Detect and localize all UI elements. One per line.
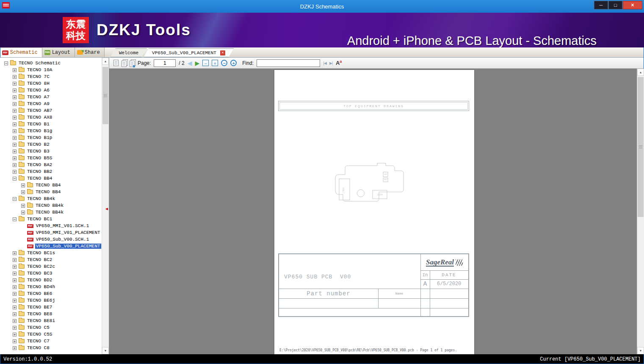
expand-icon[interactable]: + — [13, 285, 17, 289]
collapse-icon[interactable]: − — [13, 197, 17, 201]
expand-icon[interactable]: + — [13, 170, 17, 174]
tree-item-folder[interactable]: +TECNO B1g — [0, 128, 102, 134]
maximize-button[interactable]: □ — [608, 1, 622, 9]
scroll-up-icon[interactable]: ▲ — [102, 58, 109, 65]
tree-item-folder[interactable]: +TECNO BE8 — [0, 311, 102, 317]
multi-page-icon[interactable] — [122, 61, 127, 67]
expand-icon[interactable]: + — [21, 204, 25, 208]
tree-item-folder[interactable]: +TECNO AB7 — [0, 107, 102, 114]
tree-item-folder[interactable]: +TECNO A9 — [0, 100, 102, 107]
tree-item-pdf[interactable]: PDFVP650_Sub_V00.SCH.1 — [0, 236, 102, 243]
expand-icon[interactable]: + — [13, 333, 17, 336]
expand-icon[interactable]: + — [13, 89, 17, 92]
tree-item-folder[interactable]: +TECNO 7C — [0, 73, 102, 80]
expand-icon[interactable]: + — [13, 68, 17, 72]
expand-icon[interactable]: + — [13, 292, 17, 296]
tree-item-folder[interactable]: +TECNO 10A — [0, 67, 102, 73]
tree-item-folder[interactable]: +TECNO C7 — [0, 338, 102, 345]
tree-item-folder[interactable]: +TECNO C5 — [0, 324, 102, 331]
tree-item-pdf[interactable]: PDFVP650_Sub_V00_PLACEMENT — [0, 243, 102, 250]
tree-item-folder[interactable]: +TECNO BE7 — [0, 304, 102, 311]
expand-icon[interactable]: + — [13, 102, 17, 106]
tree-item-folder[interactable]: +TECNO B2 — [0, 141, 102, 148]
expand-icon[interactable]: + — [21, 211, 25, 214]
next-page-icon[interactable]: ▶ — [195, 60, 199, 66]
expand-icon[interactable]: + — [13, 278, 17, 282]
expand-icon[interactable]: + — [13, 265, 17, 269]
find-next-icon[interactable]: ▶| — [329, 61, 333, 65]
doc-tab-placement[interactable]: VP650_Sub_V00_PLACEMENT × — [144, 48, 234, 57]
expand-icon[interactable]: + — [13, 312, 17, 316]
tab-close-icon[interactable]: × — [220, 50, 225, 56]
tree-item-folder[interactable]: +TECNO BE6j — [0, 297, 102, 304]
tree-item-folder[interactable]: +TECNO BC1s — [0, 250, 102, 256]
collapse-icon[interactable]: − — [13, 217, 17, 221]
doc-tab-welcome[interactable]: Welcome — [111, 48, 147, 57]
tree-item-folder[interactable]: +TECNO BE6 — [0, 290, 102, 297]
expand-icon[interactable]: + — [13, 82, 17, 86]
tree-scrollbar-thumb[interactable] — [102, 67, 108, 124]
tree-item-pdf[interactable]: PDFVP650_MMI_V01_PLACEMENT — [0, 229, 102, 236]
expand-icon[interactable]: + — [13, 163, 17, 167]
pdf-viewer[interactable]: TOP EQUIPMENT DRAWING — [109, 69, 644, 354]
expand-icon[interactable]: + — [13, 258, 17, 262]
expand-icon[interactable]: + — [13, 251, 17, 255]
scroll-down-icon[interactable]: ▼ — [637, 347, 644, 354]
tree-item-folder[interactable]: +TECNO C8 — [0, 345, 102, 351]
tree-item-folder[interactable]: +TECNO B1 — [0, 121, 102, 128]
tree-item-folder[interactable]: +TECNO BA2 — [0, 161, 102, 168]
zoom-in-icon[interactable]: + — [230, 60, 237, 66]
previous-page-icon[interactable]: ◀ — [188, 60, 192, 66]
scroll-up-icon[interactable]: ▲ — [637, 69, 644, 76]
tab-schematic[interactable]: PDF Schematic — [0, 47, 42, 57]
expand-icon[interactable]: + — [13, 122, 17, 126]
expand-icon[interactable]: + — [13, 129, 17, 133]
viewer-scrollbar[interactable]: ▲ ▼ — [637, 69, 644, 354]
expand-icon[interactable]: + — [13, 116, 17, 119]
tree-item-folder[interactable]: +TECNO B3 — [0, 148, 102, 155]
find-previous-icon[interactable]: |◀ — [323, 61, 326, 65]
tree-item-folder[interactable]: −TECNO BC1 — [0, 216, 102, 222]
tree-item-folder[interactable]: +TECNO A6 — [0, 87, 102, 94]
expand-icon[interactable]: + — [13, 150, 17, 153]
page-number-input[interactable] — [154, 59, 176, 67]
tree-item-folder[interactable]: +TECNO A7 — [0, 94, 102, 100]
expand-icon[interactable]: + — [21, 190, 25, 194]
expand-icon[interactable]: + — [13, 95, 17, 99]
expand-icon[interactable]: + — [13, 143, 17, 147]
tree-item-folder[interactable]: +TECNO 8H — [0, 80, 102, 87]
tree-item-folder[interactable]: +TECNO BB4 — [0, 182, 102, 189]
close-button[interactable]: × — [623, 1, 642, 9]
tree-scrollbar[interactable]: ▲ ▼ — [102, 58, 109, 354]
expand-icon[interactable]: + — [21, 183, 25, 187]
expand-icon[interactable]: + — [13, 306, 17, 309]
tree-item-folder[interactable]: +TECNO BE8i — [0, 317, 102, 324]
expand-icon[interactable]: + — [13, 109, 17, 113]
tree-item-folder[interactable]: +TECNO B5S — [0, 155, 102, 161]
tree-item-folder[interactable]: +TECNO BC2 — [0, 256, 102, 263]
tree-item-folder[interactable]: +TECNO BB4k — [0, 202, 102, 209]
tree-item-folder[interactable]: −TECNO Schematic — [0, 60, 102, 67]
text-size-icon[interactable]: Aa — [336, 59, 342, 66]
single-page-icon[interactable] — [113, 60, 119, 66]
tree-item-folder[interactable]: −TECNO BB4k — [0, 195, 102, 202]
fit-page-icon[interactable]: ↔↕ — [212, 60, 218, 66]
tree-item-folder[interactable]: +TECNO BB4k — [0, 209, 102, 216]
expand-icon[interactable]: + — [13, 299, 17, 303]
scroll-down-icon[interactable]: ▼ — [102, 347, 109, 354]
tree-item-folder[interactable]: +TECNO AX8 — [0, 114, 102, 121]
collapse-icon[interactable]: − — [4, 61, 8, 65]
minimize-button[interactable]: ─ — [594, 1, 608, 9]
fit-width-icon[interactable]: ↔ — [202, 60, 209, 66]
expand-icon[interactable]: + — [13, 136, 17, 140]
expand-icon[interactable]: + — [13, 346, 17, 350]
tab-share[interactable]: Share — [75, 47, 105, 57]
page-copy-icon[interactable] — [130, 61, 135, 67]
tree-item-folder[interactable]: +TECNO BB2 — [0, 168, 102, 175]
tab-layout[interactable]: PADS Layout — [42, 47, 75, 57]
expand-icon[interactable]: + — [13, 326, 17, 330]
expand-icon[interactable]: + — [13, 339, 17, 343]
collapse-icon[interactable]: − — [13, 177, 17, 181]
tree-item-folder[interactable]: +TECNO BD2 — [0, 277, 102, 283]
splitter-collapse-icon[interactable]: ◄ — [105, 207, 109, 211]
